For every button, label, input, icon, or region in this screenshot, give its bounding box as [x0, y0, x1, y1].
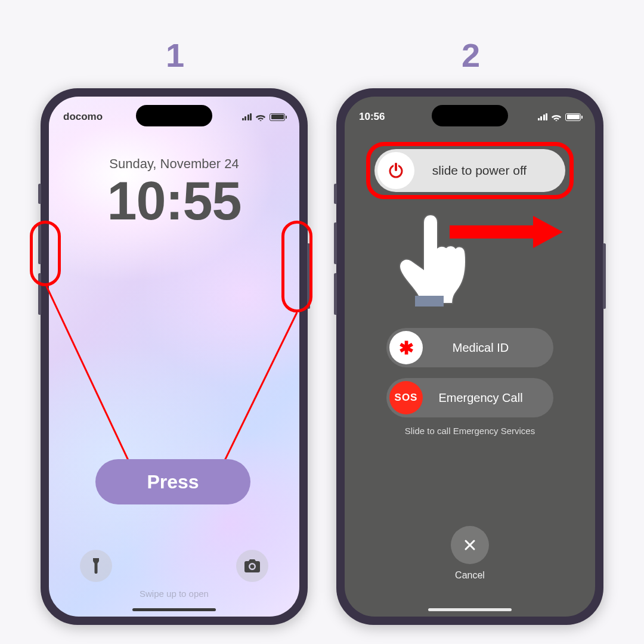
callout-volume-button [30, 221, 61, 286]
status-indicators [538, 113, 581, 121]
medical-id-label: Medical ID [426, 341, 553, 355]
battery-icon [565, 113, 581, 121]
svg-line-0 [47, 286, 130, 464]
cancel-button[interactable] [451, 526, 489, 564]
side-button[interactable] [603, 243, 606, 309]
close-icon [463, 538, 477, 552]
callout-power-slider [366, 142, 574, 199]
cancel-label: Cancel [345, 570, 595, 581]
step-number-2: 2 [462, 36, 480, 75]
emergency-sos-slider[interactable]: SOS Emergency Call [386, 378, 553, 417]
emergency-hint: Slide to call Emergency Services [345, 426, 595, 436]
dynamic-island [432, 105, 508, 126]
signal-icon [538, 113, 548, 120]
asterisk-icon: ✱ [399, 338, 414, 358]
camera-button[interactable] [236, 550, 268, 582]
medical-id-knob[interactable]: ✱ [389, 331, 423, 364]
home-indicator[interactable] [428, 608, 512, 611]
silent-switch[interactable] [334, 184, 337, 204]
camera-icon [244, 559, 260, 572]
sos-icon: SOS [395, 392, 418, 404]
press-instruction-label: Press [95, 459, 250, 504]
power-off-screen: 10:56 slide to power off ✱ [345, 97, 595, 617]
wifi-icon [551, 113, 562, 121]
svg-line-1 [223, 312, 297, 464]
callout-side-button [281, 221, 312, 312]
svg-rect-7 [415, 296, 444, 306]
phone-frame-2: 10:56 slide to power off ✱ [336, 88, 603, 625]
volume-up-button[interactable] [334, 222, 337, 264]
status-time: 10:56 [359, 111, 385, 123]
flashlight-button[interactable] [80, 550, 112, 582]
flashlight-icon [90, 558, 102, 574]
emergency-call-label: Emergency Call [426, 391, 553, 405]
swipe-up-hint: Swipe up to open [49, 589, 299, 599]
pointing-hand-icon [392, 208, 482, 317]
sos-knob[interactable]: SOS [389, 381, 423, 414]
volume-down-button[interactable] [334, 273, 337, 315]
medical-id-slider[interactable]: ✱ Medical ID [386, 328, 553, 367]
home-indicator[interactable] [132, 608, 216, 611]
